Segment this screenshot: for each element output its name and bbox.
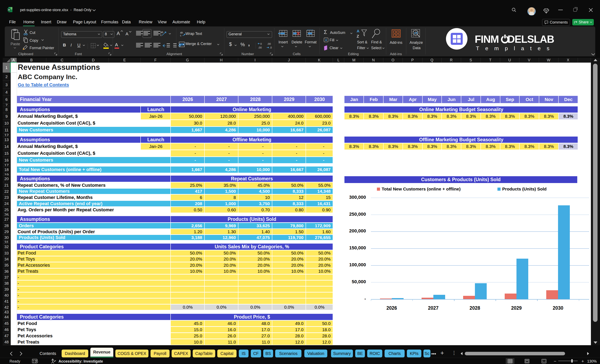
svg-text:c: c xyxy=(160,34,162,36)
svg-text:A: A xyxy=(357,29,360,33)
svg-text:ab: ab xyxy=(160,31,163,34)
svg-text:ab: ab xyxy=(180,31,183,34)
svg-text:.00: .00 xyxy=(258,46,262,49)
svg-text:Z: Z xyxy=(357,34,359,38)
svg-text:.0: .0 xyxy=(270,46,272,49)
svg-text:0: 0 xyxy=(260,42,262,46)
svg-text:.00: .00 xyxy=(267,42,271,46)
svg-text:c: c xyxy=(180,34,181,37)
